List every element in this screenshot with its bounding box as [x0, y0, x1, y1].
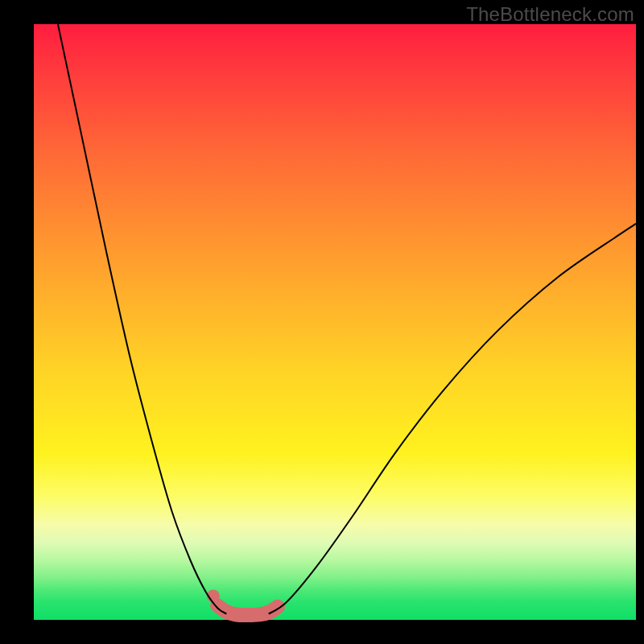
chart-plot-area [34, 24, 636, 620]
watermark-text: TheBottleneck.com [466, 3, 634, 26]
curve-left-branch [58, 24, 226, 614]
chart-overlay [34, 24, 636, 620]
curve-right-branch [269, 224, 636, 614]
